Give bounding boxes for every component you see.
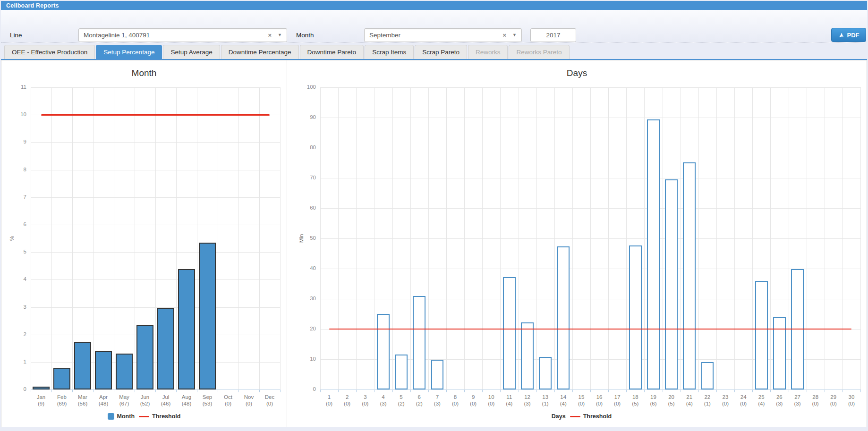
cellboard-reports-app: Cellboard Reports Line Montagelinie 1, 4… [0, 0, 868, 431]
bar-4[interactable] [377, 314, 390, 389]
bar-14[interactable] [557, 246, 570, 389]
legend-label: Threshold [583, 413, 612, 420]
y-axis-tick-label: 100 [287, 84, 316, 90]
bar-19[interactable] [647, 119, 660, 389]
line-select-value: Montagelinie 1, 400791 [84, 29, 150, 42]
x-axis-category-label: 30(0) [842, 394, 860, 407]
bar-Mar[interactable] [74, 342, 91, 389]
x-axis-tick [114, 390, 114, 392]
bar-Sep[interactable] [199, 243, 215, 389]
month-clear-icon[interactable]: × [502, 29, 506, 42]
legend-item-days[interactable]: Days [542, 413, 566, 420]
tab-setup-percentage[interactable]: Setup Percentage [96, 45, 162, 59]
x-axis-tick [238, 390, 239, 392]
bar-Jul[interactable] [157, 308, 174, 389]
bar-21[interactable] [683, 162, 696, 389]
x-axis-category-label: 24(0) [734, 394, 752, 407]
x-axis-tick [860, 390, 861, 392]
x-axis-tick [572, 390, 573, 392]
line-dropdown-arrow-icon[interactable]: ▼ [278, 29, 282, 42]
x-axis-category-label: Feb(69) [51, 394, 72, 407]
bar-5[interactable] [395, 355, 408, 389]
y-axis-title: % [9, 236, 15, 241]
tab-bar: OEE - Effective ProductionSetup Percenta… [4, 45, 570, 59]
bar-12[interactable] [521, 322, 534, 389]
tab-scrap-pareto[interactable]: Scrap Pareto [415, 45, 467, 59]
x-axis-category-label: Jun(52) [135, 394, 155, 407]
gridline-vertical [280, 87, 281, 389]
gridline-horizontal [31, 142, 280, 143]
gridline-horizontal [320, 118, 860, 118]
bar-Apr[interactable] [95, 351, 111, 389]
y-axis-tick-label: 40 [287, 265, 316, 271]
x-axis-tick [663, 390, 663, 392]
x-axis-category-label: 22(1) [698, 394, 716, 407]
bar-7[interactable] [431, 360, 444, 389]
x-axis-category-label: Aug(48) [176, 394, 197, 407]
tab-downtime-percentage[interactable]: Downtime Percentage [221, 45, 299, 59]
bar-20[interactable] [665, 179, 678, 389]
y-axis-tick-label: 7 [1, 194, 26, 200]
legend-item-month[interactable]: Month [108, 413, 135, 420]
bar-Aug[interactable] [178, 269, 195, 389]
chart-title: Days [287, 68, 867, 78]
bar-11[interactable] [503, 277, 516, 389]
y-axis-tick-label: 2 [1, 331, 26, 337]
x-axis-tick [320, 390, 321, 392]
y-axis-tick-label: 10 [1, 111, 26, 117]
x-axis-category-label: 7(3) [428, 394, 446, 407]
tab-oee-effective-production[interactable]: OEE - Effective Production [4, 45, 95, 59]
pdf-icon [838, 32, 844, 38]
bar-18[interactable] [629, 245, 642, 389]
bar-May[interactable] [116, 354, 132, 389]
app-titlebar: Cellboard Reports [1, 1, 867, 10]
x-axis-category-label: 6(2) [410, 394, 428, 407]
bar-26[interactable] [773, 317, 786, 389]
x-axis-tick [155, 390, 156, 392]
x-axis-tick [698, 390, 699, 392]
gridline-horizontal [320, 87, 860, 88]
filter-bar: Line Montagelinie 1, 400791 × ▼ Month Se… [1, 10, 867, 43]
bar-6[interactable] [413, 296, 425, 389]
pdf-button-label: PDF [847, 32, 859, 39]
gridline-horizontal [31, 307, 280, 308]
tab-downtime-pareto[interactable]: Downtime Pareto [300, 45, 364, 59]
gridline-horizontal [31, 170, 280, 170]
bar-Jan[interactable] [33, 387, 49, 389]
gridline-horizontal [31, 362, 280, 363]
days-chart: Days01020304050607080901001(0)2(0)3(0)4(… [287, 60, 867, 427]
y-axis-tick-label: 70 [287, 175, 316, 180]
legend-item-threshold[interactable]: Threshold [570, 413, 612, 420]
year-input[interactable] [530, 28, 576, 42]
bar-22[interactable] [701, 362, 714, 389]
gridline-vertical [197, 87, 197, 389]
y-axis-tick-label: 80 [287, 144, 316, 150]
x-axis-tick [716, 390, 717, 392]
bar-25[interactable] [755, 281, 768, 389]
x-axis-category-label: Jul(46) [155, 394, 176, 407]
month-dropdown-arrow-icon[interactable]: ▼ [512, 29, 517, 42]
y-axis-tick-label: 8 [1, 167, 26, 172]
pdf-export-button[interactable]: PDF [831, 28, 866, 42]
tab-setup-average[interactable]: Setup Average [163, 45, 220, 59]
x-axis-category-label: 13(1) [536, 394, 554, 407]
gridline-vertical [31, 87, 31, 389]
x-axis-category-label: 18(5) [626, 394, 644, 407]
x-axis-tick [338, 390, 339, 392]
x-axis-tick [807, 390, 807, 392]
bar-Jun[interactable] [136, 325, 153, 389]
legend-item-threshold[interactable]: Threshold [139, 413, 180, 420]
tab-scrap-items[interactable]: Scrap Items [365, 45, 414, 59]
bar-Feb[interactable] [53, 368, 70, 390]
x-axis-category-label: 12(3) [519, 394, 536, 407]
x-axis-category-label: 25(4) [752, 394, 770, 407]
y-axis-tick-label: 30 [287, 296, 316, 301]
bar-13[interactable] [539, 357, 552, 389]
x-axis-category-label: 15(0) [572, 394, 590, 407]
gridline-horizontal [31, 279, 280, 280]
month-select[interactable]: September × ▼ [364, 28, 522, 42]
tab-reworks-pareto: Reworks Pareto [509, 45, 569, 59]
line-clear-icon[interactable]: × [268, 29, 272, 42]
line-select[interactable]: Montagelinie 1, 400791 × ▼ [78, 28, 287, 42]
tab-reworks: Reworks [468, 45, 508, 59]
